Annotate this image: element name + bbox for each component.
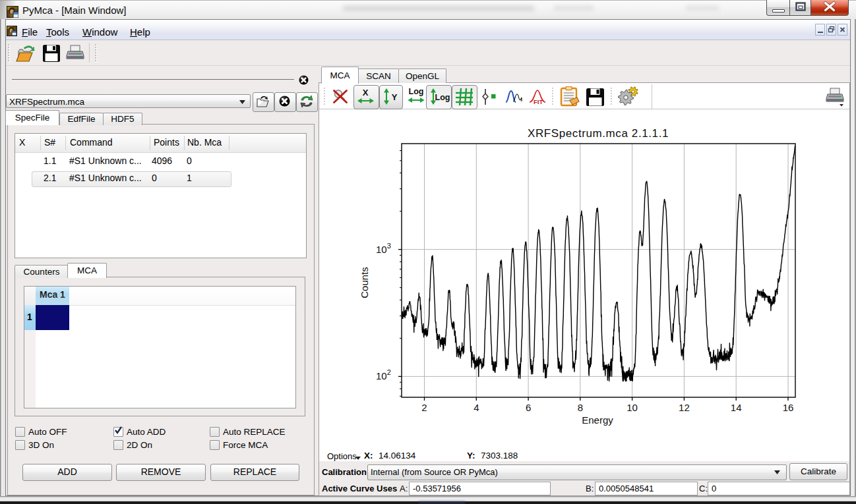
svg-text:FIT: FIT [534, 98, 543, 105]
svg-text:2: 2 [421, 402, 427, 413]
svg-text:Y: Y [392, 92, 398, 102]
svg-text:8: 8 [578, 402, 583, 413]
svg-text:4: 4 [474, 402, 479, 413]
svg-text:X: X [363, 88, 369, 98]
svg-text:10: 10 [627, 402, 638, 413]
svg-text:Log: Log [435, 93, 450, 102]
svg-text:XRFSpectrum.mca 2.1.1.1: XRFSpectrum.mca 2.1.1.1 [528, 127, 669, 140]
svg-text:16: 16 [783, 402, 794, 413]
svg-text:Energy: Energy [582, 414, 613, 426]
svg-text:12: 12 [679, 402, 690, 413]
svg-text:6: 6 [526, 402, 531, 413]
svg-text:14: 14 [731, 402, 742, 413]
svg-text:Counts: Counts [359, 267, 370, 298]
svg-text:Log: Log [409, 87, 424, 96]
